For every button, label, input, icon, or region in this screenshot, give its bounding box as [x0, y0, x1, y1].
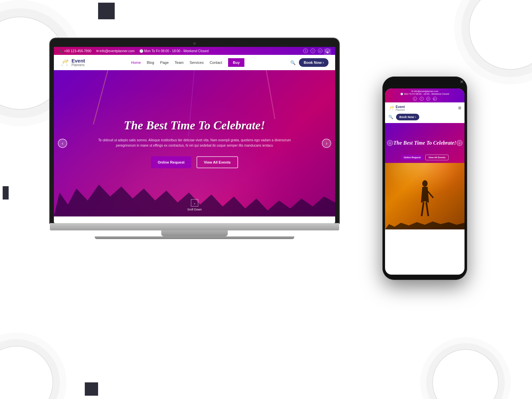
email-icon: ✉ — [96, 49, 99, 53]
navbar-actions: 🔍 Book Now › — [290, 58, 329, 67]
phone-close-button[interactable]: ✕ — [460, 79, 464, 84]
logo-text: Event Planners — [71, 58, 85, 67]
phone-hero: ‹ › The Best Time To Celebrate! Online R… — [385, 123, 465, 163]
decorative-circle-right-top — [469, 0, 532, 70]
laptop-screen: 📞 +00 123-456-7890 ✉ info@eventplanner.c… — [54, 47, 335, 223]
svg-point-3 — [422, 180, 428, 187]
hero-buttons: Online Request View All Events — [91, 156, 298, 168]
phone-hero-title: The Best Time To Celebrate! — [393, 140, 456, 146]
hero-prev-button[interactable]: ‹ — [58, 139, 67, 148]
phone-email-icon: ✉ — [411, 90, 413, 92]
nav-blog[interactable]: Blog — [147, 61, 154, 65]
business-hours: Mon To Fri 08:00 - 18:00 - Weekend Close… — [144, 49, 209, 53]
laptop-body: 📞 +00 123-456-7890 ✉ info@eventplanner.c… — [50, 38, 339, 239]
svg-line-6 — [426, 202, 428, 216]
phone-topbar: ✉ info@eventplanner.com 🕐 Mon To Fri 08:… — [385, 88, 465, 102]
phone-hours: Mon To Fri 08:00 - 18:00 - Weekend Close… — [404, 93, 449, 95]
hero-body-text: Te obtinuit ut adepto satis somno. Aliis… — [91, 138, 298, 148]
hero-title: The Best Time To Celebrate! — [91, 118, 298, 132]
nav-services[interactable]: Services — [190, 61, 203, 65]
site-topbar: 📞 +00 123-456-7890 ✉ info@eventplanner.c… — [54, 47, 335, 55]
scroll-down-box: ⌄ — [191, 199, 198, 206]
decorative-square-1 — [98, 3, 115, 19]
phone-number: +00 123-456-7890 — [64, 49, 91, 53]
phone-logo-text: Event Planners — [396, 105, 405, 111]
phone-email-info: ✉ info@eventplanner.com — [388, 90, 461, 93]
phone-hero-prev-button[interactable]: ‹ — [387, 140, 393, 146]
hero-content: The Best Time To Celebrate! Te obtinuit … — [65, 118, 324, 168]
twitter-icon[interactable]: 𝕏 — [303, 49, 308, 53]
nav-team[interactable]: Team — [175, 61, 184, 65]
laptop-foot — [95, 236, 294, 239]
linkedin-icon[interactable]: in — [318, 49, 323, 53]
online-request-button[interactable]: Online Request — [151, 156, 191, 168]
phone-mockup: ✕ ✉ info@eventplanner.com 🕐 Mon To Fri 0… — [382, 76, 467, 280]
laptop-base — [50, 223, 339, 230]
phone-twitter-icon[interactable]: 𝕏 — [413, 97, 417, 101]
nav-contact[interactable]: Contact — [209, 61, 222, 65]
hero-next-button[interactable]: › — [322, 139, 331, 148]
email-address: info@eventplanner.com — [100, 49, 135, 53]
phone-book-now-button[interactable]: Book Now › — [396, 114, 419, 120]
phone-body: ✕ ✉ info@eventplanner.com 🕐 Mon To Fri 0… — [382, 76, 467, 280]
nav-buy-button[interactable]: Buy — [228, 58, 244, 67]
phone-online-request-button[interactable]: Online Request — [401, 155, 423, 160]
book-now-button[interactable]: Book Now › — [299, 58, 329, 67]
phone-logo-icon: 🥂 — [388, 105, 394, 111]
topbar-left: 📞 +00 123-456-7890 ✉ info@eventplanner.c… — [59, 49, 208, 53]
decorative-square-2 — [85, 382, 98, 396]
laptop-screen-outer: 📞 +00 123-456-7890 ✉ info@eventplanner.c… — [50, 38, 339, 223]
svg-line-4 — [428, 191, 433, 198]
phone-hero-next-button[interactable]: › — [457, 140, 463, 146]
phone-nav-actions: 🔍 Book Now › — [385, 114, 465, 123]
decorative-square-3 — [3, 186, 9, 200]
decorative-circle-bottom-left — [0, 346, 53, 399]
topbar-dropdown-button[interactable]: ▾ — [324, 49, 331, 56]
phone-googleplus-icon[interactable]: g+ — [433, 97, 437, 101]
phone-search-icon[interactable]: 🔍 — [388, 115, 393, 119]
phone-info: 📞 +00 123-456-7890 — [59, 49, 91, 53]
phone-logo-name: Event — [396, 105, 405, 109]
phone-logo: 🥂 Event Planners — [388, 105, 405, 111]
scroll-down: ⌄ Sroll Down — [187, 199, 202, 211]
laptop-stand — [161, 230, 228, 236]
clock-icon: 🕐 — [139, 49, 143, 53]
site-logo: 🥂 Event Planners — [61, 58, 85, 67]
phone-event-image — [385, 163, 465, 229]
phone-facebook-icon[interactable]: f — [420, 97, 424, 101]
phone-navbar: 🥂 Event Planners ≡ — [385, 102, 465, 114]
laptop-mockup: 📞 +00 123-456-7890 ✉ info@eventplanner.c… — [50, 38, 339, 239]
logo-sub: Planners — [71, 63, 85, 67]
hero-section: ‹ › The Best Time To Celebrate! Te obtin… — [54, 70, 335, 216]
hamburger-menu-icon[interactable]: ≡ — [458, 105, 461, 111]
site-navbar: 🥂 Event Planners Home Blog Page Team Ser… — [54, 55, 335, 70]
phone-social-icons: 𝕏 f in g+ — [388, 97, 461, 101]
hours-info: 🕐 Mon To Fri 08:00 - 18:00 - Weekend Clo… — [139, 49, 208, 53]
phone-icon: 📞 — [59, 49, 63, 53]
decorative-circle-right-bottom — [432, 349, 499, 399]
logo-icon: 🥂 — [61, 59, 69, 66]
performer-silhouette — [415, 180, 435, 219]
nav-home[interactable]: Home — [131, 61, 141, 65]
phone-logo-sub: Planners — [396, 109, 405, 111]
phone-email: info@eventplanner.com — [414, 90, 439, 92]
phone-clock-icon: 🕐 — [400, 93, 403, 95]
phone-view-all-events-button[interactable]: View All Events — [425, 155, 448, 160]
phone-notch — [412, 82, 438, 86]
phone-hero-buttons: Online Request View All Events — [385, 155, 465, 160]
phone-linkedin-icon[interactable]: in — [426, 97, 430, 101]
view-all-events-button[interactable]: View All Events — [197, 156, 238, 168]
email-info: ✉ info@eventplanner.com — [96, 49, 135, 53]
laptop-camera — [193, 42, 196, 45]
search-icon[interactable]: 🔍 — [290, 60, 296, 65]
logo-name: Event — [71, 58, 85, 63]
nav-page[interactable]: Page — [160, 61, 169, 65]
scroll-down-label: Sroll Down — [187, 208, 202, 211]
phone-hours-info: 🕐 Mon To Fri 08:00 - 18:00 - Weekend Clo… — [388, 93, 461, 95]
phone-screen: ✉ info@eventplanner.com 🕐 Mon To Fri 08:… — [385, 88, 465, 275]
site-navigation: Home Blog Page Team Services Contact Buy — [131, 58, 244, 67]
facebook-icon[interactable]: f — [311, 49, 315, 53]
svg-line-5 — [422, 202, 424, 216]
